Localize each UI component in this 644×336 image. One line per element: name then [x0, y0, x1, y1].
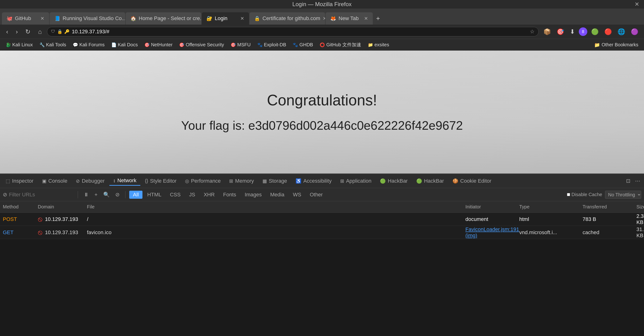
addon3-button[interactable]: 🌐: [616, 27, 627, 36]
col-domain[interactable]: Domain: [38, 204, 85, 210]
filter-all[interactable]: All: [129, 191, 142, 199]
col-transferred[interactable]: Transferred: [582, 204, 634, 210]
hackbar2-icon: 🟢: [416, 178, 422, 184]
tab-certificate-close[interactable]: ✕: [323, 16, 325, 21]
devtools-tab-debugger[interactable]: ⊘ Debugger: [72, 176, 108, 186]
tab-github-label: GitHub: [15, 15, 31, 22]
ghdb-icon: 🐾: [293, 42, 298, 48]
devtools-tab-storage[interactable]: ▦ Storage: [259, 176, 291, 186]
add-button[interactable]: +: [92, 191, 100, 199]
addon4-button[interactable]: 🟣: [629, 27, 640, 36]
network-table: Method Domain File Initiator Type Transf…: [0, 201, 644, 239]
devtools-tab-performance[interactable]: ◎ Performance: [181, 176, 224, 186]
devtools-tab-accessibility[interactable]: ♿ Accessibility: [292, 176, 336, 186]
bookmarks-bar: 🐉 Kali Linux 🔧 Kali Tools 💬 Kali Forums …: [0, 39, 644, 50]
profile-avatar[interactable]: 8: [579, 28, 587, 36]
bookmark-kali-docs[interactable]: 📄 Kali Docs: [108, 41, 140, 48]
filter-html[interactable]: HTML: [144, 191, 165, 199]
bookmark-kali-tools[interactable]: 🔧 Kali Tools: [36, 41, 69, 48]
forward-button[interactable]: ›: [14, 27, 20, 37]
bookmark-ghdb[interactable]: 🐾 GHDB: [290, 41, 316, 48]
disable-cache-checkbox[interactable]: [567, 193, 570, 196]
pause-button[interactable]: ⏸: [82, 191, 91, 199]
filter-images[interactable]: Images: [241, 191, 266, 199]
devtools-tab-inspector[interactable]: ⬚ Inspector: [2, 176, 37, 186]
clear-button[interactable]: ⊘: [114, 191, 122, 199]
search-button[interactable]: 🔍: [101, 191, 112, 199]
col-type[interactable]: Type: [519, 204, 581, 210]
kali-forums-icon: 💬: [73, 42, 78, 48]
other-bookmarks[interactable]: 📁 Other Bookmarks: [591, 41, 641, 49]
filter-other[interactable]: Other: [306, 191, 326, 199]
tab-github-close[interactable]: ✕: [40, 16, 44, 21]
storage-label: Storage: [269, 178, 287, 184]
hackbar1-label: HackBar: [388, 178, 408, 184]
filter-fonts[interactable]: Fonts: [220, 191, 240, 199]
devtools-more-button[interactable]: ⋯: [633, 177, 642, 185]
network-toolbar: ⊘ ⏸ + 🔍 ⊘ All HTML CSS JS XHR Fonts Imag…: [0, 188, 644, 201]
tab-vscode-label: Running Visual Studio Co...: [62, 15, 125, 22]
bookmark-star-icon[interactable]: ☆: [530, 28, 534, 35]
bookmark-kali-linux[interactable]: 🐉 Kali Linux: [3, 41, 36, 48]
tab-login[interactable]: 🔐 Login ✕: [202, 12, 249, 24]
url-text[interactable]: 10.129.37.193/#: [72, 28, 528, 35]
extensions-button[interactable]: 📦: [542, 27, 553, 36]
window-title: Login — Mozilla Firefox: [292, 1, 352, 8]
tab-homepage[interactable]: 🏠 Home Page - Select or cre... ✕: [126, 12, 201, 24]
nav-bar: ‹ › ↻ ⌂ 🛡 🔒 🔑 10.129.37.193/# ☆ 📦 🎯 ⬇ 8 …: [0, 24, 644, 39]
initiator-cell[interactable]: FaviconLoader.jsm:191 (img): [466, 226, 517, 239]
filter-ws[interactable]: WS: [289, 191, 305, 199]
new-tab-button[interactable]: +: [373, 12, 383, 24]
memory-label: Memory: [235, 178, 254, 184]
pocket-button[interactable]: 🎯: [555, 27, 566, 36]
bookmark-exploit-db[interactable]: 🐾 Exploit-DB: [254, 41, 289, 48]
devtools-tab-cookie-editor[interactable]: 🍪 Cookie Editor: [449, 176, 495, 186]
addon2-button[interactable]: 🔴: [602, 27, 614, 36]
addon1-button[interactable]: 🟢: [589, 27, 600, 36]
tab-login-close[interactable]: ✕: [240, 16, 244, 21]
bookmark-kali-forums[interactable]: 💬 Kali Forums: [70, 41, 108, 48]
devtools-tab-style-editor[interactable]: {} Style Editor: [141, 176, 180, 186]
folder-icon: 📁: [594, 42, 600, 48]
devtools-tab-memory[interactable]: ⊞ Memory: [226, 176, 258, 186]
tab-github[interactable]: 🐙 GitHub ✕: [2, 12, 49, 24]
tab-certificate[interactable]: 🔒 Certificate for github.com ✕: [250, 12, 325, 24]
col-size[interactable]: Size: [636, 204, 641, 210]
filter-urls-input[interactable]: [9, 192, 74, 198]
filter-pills: All HTML CSS JS XHR Fonts Images Media W…: [129, 191, 326, 199]
devtools-tab-network[interactable]: ↕ Network: [110, 176, 140, 186]
devtools-tab-hackbar1[interactable]: 🟢 HackBar: [376, 176, 411, 186]
tab-newtab-close[interactable]: ✕: [364, 16, 368, 21]
devtools-tab-hackbar2[interactable]: 🟢 HackBar: [412, 176, 448, 186]
tab-newtab[interactable]: 🦊 New Tab ✕: [326, 12, 373, 24]
download-button[interactable]: ⬇: [568, 27, 577, 36]
filter-xhr[interactable]: XHR: [200, 191, 218, 199]
bookmark-nethunter[interactable]: 🎯 NetHunter: [142, 41, 175, 48]
table-row[interactable]: POST 🚫 10.129.37.193 / document html 783…: [0, 213, 644, 226]
devtools-tab-console[interactable]: ▣ Console: [38, 176, 71, 186]
window-close-button[interactable]: ✕: [634, 1, 639, 8]
bookmark-github-speed[interactable]: ⭕ GitHub 文件加速: [317, 41, 364, 49]
bookmark-offensive-security[interactable]: 🎯 Offensive Security: [176, 41, 227, 48]
filter-media[interactable]: Media: [266, 191, 288, 199]
lock-icon: 🔒: [57, 29, 62, 34]
table-row[interactable]: GET 🚫 10.129.37.193 favicon.ico FaviconL…: [0, 226, 644, 239]
col-file[interactable]: File: [87, 204, 391, 210]
disable-cache-label[interactable]: Disable Cache: [567, 192, 602, 197]
type-cell: html: [519, 216, 581, 222]
bookmark-msfu[interactable]: 🎯 MSFU: [228, 41, 254, 48]
filter-css[interactable]: CSS: [166, 191, 184, 199]
back-button[interactable]: ‹: [4, 27, 11, 37]
throttle-select[interactable]: No Throttling: [605, 191, 641, 199]
devtools-tab-application[interactable]: ⊞ Application: [336, 176, 376, 186]
network-label: Network: [118, 178, 136, 184]
reload-button[interactable]: ↻: [23, 27, 33, 37]
tab-vscode[interactable]: 📘 Running Visual Studio Co... ✕: [50, 12, 125, 24]
col-method[interactable]: Method: [3, 204, 36, 210]
devtools-resize-button[interactable]: ⊡: [624, 177, 632, 185]
col-initiator[interactable]: Initiator: [466, 204, 517, 210]
bookmark-exsites[interactable]: 📁 exsites: [365, 41, 392, 48]
home-button[interactable]: ⌂: [36, 27, 44, 37]
filter-js[interactable]: JS: [185, 191, 199, 199]
address-bar[interactable]: 🛡 🔒 🔑 10.129.37.193/# ☆: [47, 27, 539, 36]
